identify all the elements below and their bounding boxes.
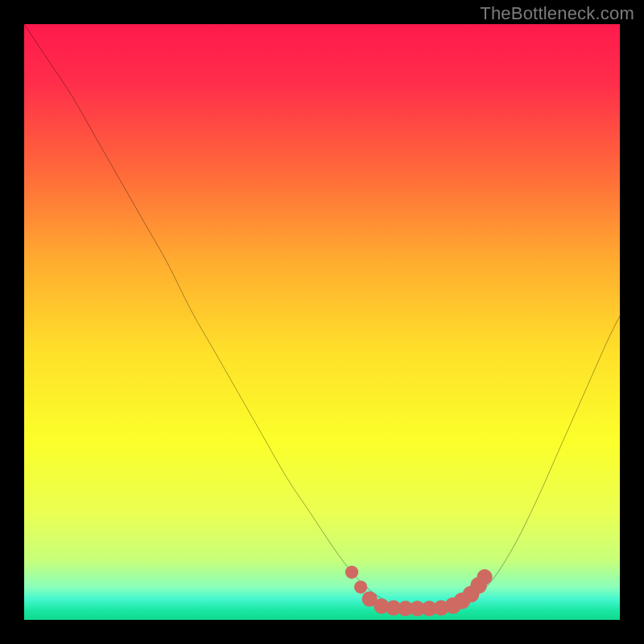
watermark-text: TheBottleneck.com (480, 3, 634, 24)
marker-dot (354, 580, 367, 593)
bottleneck-chart (24, 24, 620, 620)
marker-dot (477, 569, 492, 584)
marker-dot (345, 566, 358, 579)
chart-stage: TheBottleneck.com (0, 0, 644, 644)
